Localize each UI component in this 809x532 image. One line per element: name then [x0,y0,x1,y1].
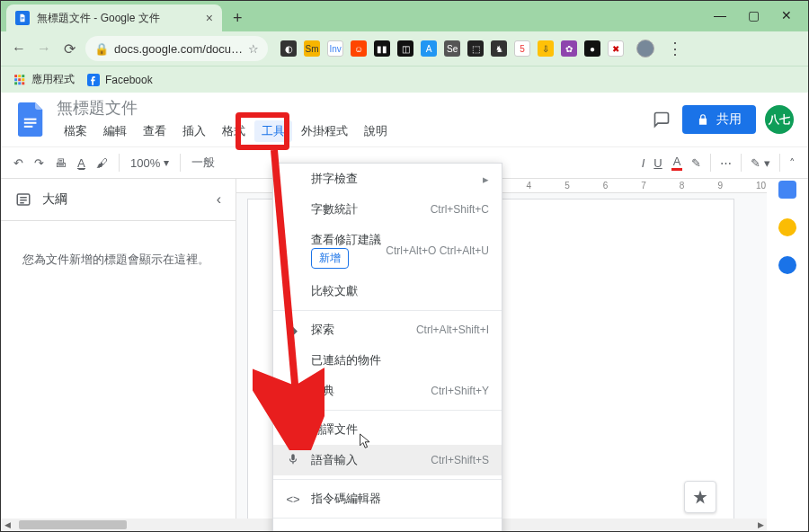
bookmark-facebook[interactable]: Facebook [87,74,153,86]
menu-item-label: 查看修訂建議 [311,232,381,248]
menu-item-label: 字典 [311,383,334,399]
comments-icon[interactable] [650,108,673,131]
menu-外掛程式[interactable]: 外掛程式 [294,120,355,142]
redo-icon[interactable]: ↷ [34,156,44,170]
calendar-app-icon[interactable] [778,181,796,199]
ext-icon[interactable]: Inv [327,40,343,57]
menu-說明[interactable]: 說明 [357,120,395,142]
scroll-left-icon[interactable]: ◀ [1,519,13,531]
tasks-app-icon[interactable] [778,256,796,274]
undo-icon[interactable]: ↶ [13,156,23,170]
ext-icon[interactable]: 5 [514,40,530,57]
menu-item-label: 翻譯文件 [311,421,358,438]
menu-查看[interactable]: 查看 [136,120,173,142]
ext-icon[interactable]: ◫ [397,40,413,57]
tools-menu-item[interactable]: <>指令碼編輯器 [273,483,502,514]
svg-rect-2 [21,20,22,21]
tab-title: 無標題文件 - Google 文件 [37,11,160,26]
menu-item-label: 語音輸入 [311,452,358,468]
paragraph-style-select[interactable]: 一般 [191,155,215,171]
tools-menu-item[interactable]: 字數統計Ctrl+Shift+C [273,194,502,225]
code-icon: <> [286,492,300,506]
tools-menu-item[interactable]: 比較文獻 [273,276,502,306]
tools-menu-item[interactable]: ◆探索Ctrl+Alt+Shift+I [273,315,502,345]
tools-menu-item[interactable]: 拼字檢查▸ [273,164,502,194]
tools-menu-item[interactable]: 翻譯文件 [273,414,502,445]
ext-icon[interactable]: A [421,40,437,57]
side-panel [767,179,808,531]
paint-format-icon[interactable]: 🖌 [96,156,108,170]
address-bar[interactable]: 🔒 docs.google.com/docu… ☆ [85,36,268,61]
ext-icon[interactable]: Sm [304,40,320,57]
tools-menu-item[interactable]: 已連結的物件 [273,345,502,376]
ext-icon[interactable]: Se [444,40,460,57]
menu-item-label: 比較文獻 [311,283,358,299]
ext-icon[interactable]: ● [584,40,600,57]
docs-logo-icon[interactable] [15,99,48,140]
italic-icon[interactable]: I [642,156,645,170]
forward-icon[interactable]: → [35,40,53,57]
svg-rect-4 [18,75,21,77]
menu-格式[interactable]: 格式 [215,120,253,142]
tools-menu-item[interactable]: 查看修訂建議新增Ctrl+Alt+O Ctrl+Alt+U [273,225,502,276]
svg-rect-3 [14,75,17,77]
ext-icon[interactable]: ♞ [491,40,507,57]
zoom-select[interactable]: 100% ▾ [130,156,169,170]
reload-icon[interactable]: ⟳ [60,40,78,58]
ext-icon[interactable]: ⇩ [538,40,554,57]
ext-icon[interactable]: ◐ [280,40,297,57]
browser-menu-icon[interactable]: ⋮ [667,39,683,58]
keep-app-icon[interactable] [778,218,796,236]
url-text: docs.google.com/docu… [114,42,243,56]
minimize-icon[interactable]: — [714,8,726,22]
highlight-icon[interactable]: ✎ [691,156,701,170]
menu-item-label: 字數統計 [311,201,358,217]
more-tools-icon[interactable]: ⋯ [720,156,732,170]
bookmark-star-icon[interactable]: ☆ [248,42,259,56]
ext-icon[interactable]: ✖ [608,40,624,57]
document-title[interactable]: 無標題文件 [57,97,395,119]
mic-icon [286,453,300,468]
ext-icon[interactable]: ▮▮ [374,40,390,57]
menu-編輯[interactable]: 編輯 [96,120,134,142]
docs-favicon [15,11,30,25]
ext-icon[interactable]: ☺ [351,40,367,57]
collapse-toolbar-icon[interactable]: ˄ [789,156,796,170]
ext-icon[interactable]: ⬚ [467,40,484,57]
ext-icon[interactable]: ✿ [561,40,577,57]
explore-fab[interactable] [684,481,716,513]
tools-menu: 拼字檢查▸字數統計Ctrl+Shift+C查看修訂建議新增Ctrl+Alt+O … [272,163,502,532]
editing-mode-icon[interactable]: ✎ ▾ [751,156,770,170]
menu-檔案[interactable]: 檔案 [57,120,94,142]
tools-menu-item[interactable]: 字典Ctrl+Shift+Y [273,376,502,406]
scroll-right-icon[interactable]: ▶ [754,519,767,531]
svg-rect-0 [21,17,23,18]
profile-avatar[interactable] [636,40,654,58]
tools-menu-item[interactable]: 語音輸入Ctrl+Shift+S [273,445,502,475]
back-icon[interactable]: ← [10,40,28,57]
browser-tab[interactable]: 無標題文件 - Google 文件 × [6,4,222,31]
svg-rect-13 [24,119,37,120]
tab-close-icon[interactable]: × [206,11,213,25]
spellcheck-icon[interactable]: A̲ [77,156,85,170]
menu-插入[interactable]: 插入 [175,120,213,142]
close-window-icon[interactable]: ✕ [781,8,792,22]
scroll-thumb[interactable] [19,520,127,529]
tools-menu-item[interactable]: 偏好設定 [273,522,502,532]
new-tab-button[interactable]: + [233,9,243,28]
account-badge[interactable]: 八七 [765,105,794,134]
maximize-icon[interactable]: ▢ [748,8,760,22]
outline-empty-text: 您為文件新增的標題會顯示在這裡。 [1,220,236,298]
share-button[interactable]: 共用 [682,105,756,134]
menu-工具[interactable]: 工具 [254,120,292,142]
new-badge: 新增 [311,248,349,269]
svg-rect-9 [14,82,17,84]
outline-collapse-icon[interactable]: ‹ [217,191,221,208]
print-icon[interactable]: 🖶 [55,156,67,170]
bookmark-apps[interactable]: 應用程式 [13,72,75,87]
underline-icon[interactable]: U [653,156,662,170]
svg-rect-1 [21,18,23,19]
browser-titlebar: 無標題文件 - Google 文件 × + — ▢ ✕ [1,1,808,31]
text-color-icon[interactable]: A [671,155,683,171]
svg-rect-5 [22,75,24,77]
